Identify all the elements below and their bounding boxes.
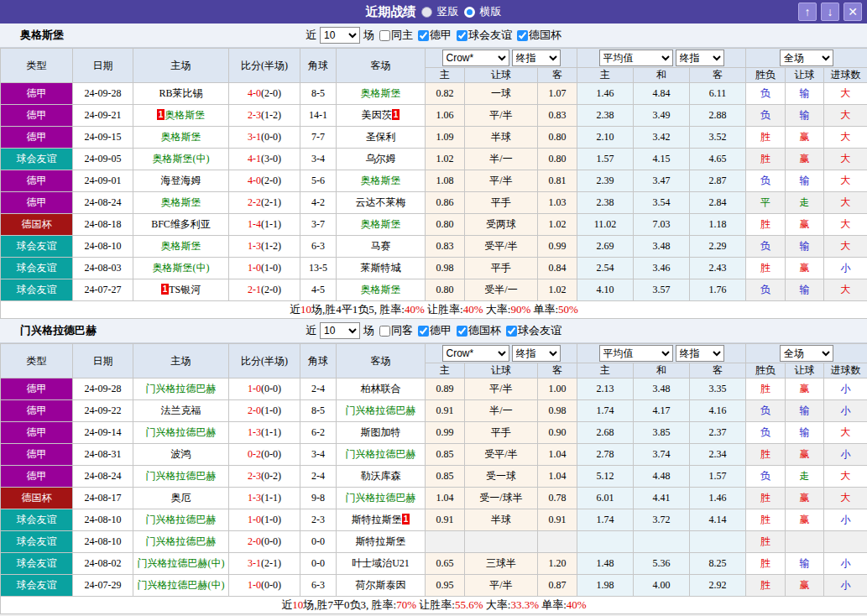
team-name: 门兴格拉德巴赫	[146, 426, 217, 438]
home-team-cell: 门兴格拉德巴赫	[133, 378, 229, 400]
date-cell: 24-09-28	[73, 83, 133, 105]
away-team-cell: 门兴格拉德巴赫	[337, 444, 426, 466]
same-home-checkbox[interactable]	[379, 30, 390, 41]
summary-segment: 55.6%	[455, 598, 483, 611]
avg-odds-cell: 4.84	[634, 83, 690, 105]
league-cell: 德甲	[1, 105, 73, 127]
score-cell: 0-2(0-0)	[229, 444, 300, 466]
odds-company-select[interactable]: Crow*	[442, 50, 509, 66]
avg-time-select[interactable]: 终指	[676, 345, 724, 362]
subcol-avg-away: 客	[690, 68, 746, 83]
home-team-cell: 门兴格拉德巴赫(中)	[133, 575, 229, 597]
match-row: 德甲24-09-211奥格斯堡2-3(1-2)14-1美因茨11.06平/半0.…	[1, 105, 867, 127]
avg-odds-select[interactable]: 平均值	[599, 50, 673, 66]
result-cell: 负	[746, 422, 786, 444]
league-checkbox-dfb-pokal[interactable]	[457, 326, 467, 337]
odds-cell: 1.02	[426, 149, 465, 170]
move-down-button[interactable]: ↓	[821, 3, 839, 21]
result-cell: 负	[746, 236, 786, 258]
match-row: 球会友谊24-08-03奥格斯堡(中)1-0(1-0)13-5莱斯特城0.98平…	[1, 258, 867, 279]
avg-odds-cell: 2.88	[690, 105, 746, 127]
result-cell: 胜	[746, 575, 786, 597]
radio-vertical-label[interactable]: 竖版	[437, 4, 459, 19]
corner-cell: 5-6	[300, 170, 337, 192]
match-row: 德甲24-09-28门兴格拉德巴赫1-0(0-0)2-4柏林联合0.89平/半1…	[1, 378, 867, 400]
avg-group-header: 平均值 终指	[577, 49, 746, 68]
result-cell: 赢	[786, 127, 824, 149]
radio-horizontal-label[interactable]: 横版	[480, 4, 502, 19]
odds-cell: 1.02	[538, 214, 577, 236]
odds-time-select[interactable]: 终指	[512, 50, 561, 66]
full-time-score: 1-4	[248, 218, 261, 230]
same-away-checkbox[interactable]	[379, 326, 390, 337]
scope-select[interactable]: 全场	[780, 50, 833, 66]
avg-odds-cell: 2.13	[577, 378, 634, 400]
col-header-score: 比分(半场)	[229, 49, 300, 83]
avg-odds-cell: 1.76	[690, 279, 746, 301]
away-team-cell: 奥格斯堡	[337, 83, 426, 105]
league-checkbox-dfb-pokal[interactable]	[517, 30, 528, 41]
odds-cell: 三球半	[465, 553, 538, 575]
result-cell: 小	[824, 378, 867, 400]
subcol-odds-handicap: 让球	[465, 363, 538, 378]
avg-odds-cell: 11.02	[577, 214, 634, 236]
league-cell: 德甲	[1, 192, 73, 214]
odds-cell: 平/半	[465, 105, 538, 127]
result-cell: 小	[824, 258, 867, 279]
radio-horizontal-layout[interactable]	[464, 7, 475, 18]
radio-vertical-layout[interactable]	[421, 7, 432, 18]
avg-odds-cell: 3.47	[634, 170, 690, 192]
league-checkbox-bundesliga[interactable]	[418, 30, 429, 41]
full-time-score: 4-1	[248, 153, 261, 164]
summary-segment: 单率:	[530, 303, 558, 316]
date-cell: 24-08-31	[73, 444, 133, 466]
team-name: BFC维多利亚	[151, 218, 211, 230]
team-name: 奥格斯堡	[161, 131, 201, 143]
away-team-cell: 斯特拉斯堡1	[337, 509, 426, 531]
avg-odds-cell: 3.72	[634, 509, 690, 531]
close-button[interactable]: ✕	[843, 3, 862, 21]
league-checkbox-friendly[interactable]	[457, 30, 467, 41]
away-team-cell: 奥格斯堡	[337, 170, 426, 192]
odds-cell: 受一/球半	[465, 488, 538, 509]
home-team-cell: 波鸿	[133, 444, 229, 466]
avg-odds-cell: 1.74	[577, 400, 634, 422]
avg-time-select[interactable]: 终指	[676, 50, 724, 66]
scope-select[interactable]: 全场	[780, 345, 833, 362]
league-checkbox-bundesliga[interactable]	[418, 326, 429, 337]
score-cell: 2-0(0-0)	[229, 531, 300, 553]
league-checkbox-label: 德国杯	[529, 28, 561, 43]
avg-odds-cell: 4.48	[634, 466, 690, 488]
avg-odds-cell: 2.39	[577, 170, 634, 192]
away-team-cell: 叶士域治U21	[337, 553, 426, 575]
match-count-select[interactable]: 10	[320, 322, 360, 339]
avg-odds-cell: 5.36	[634, 553, 690, 575]
team-name: 勒沃库森	[361, 470, 401, 482]
avg-odds-cell: 3.42	[634, 127, 690, 149]
odds-cell: 平手	[465, 422, 538, 444]
odds-time-select[interactable]: 终指	[512, 345, 561, 362]
match-count-select[interactable]: 10	[320, 27, 360, 44]
team-name: 门兴格拉德巴赫	[146, 383, 217, 394]
result-cell: 赢	[786, 575, 824, 597]
result-cell: 输	[786, 83, 824, 105]
away-team-cell: 莱斯特城	[337, 258, 426, 279]
team-name: 法兰克福	[161, 405, 201, 416]
odds-company-select[interactable]: Crow*	[442, 345, 509, 362]
avg-odds-cell: 3.35	[690, 378, 746, 400]
avg-odds-select[interactable]: 平均值	[599, 345, 673, 362]
move-up-button[interactable]: ↑	[798, 3, 817, 21]
match-row: 德甲24-09-28RB莱比锡4-0(2-0)8-5奥格斯堡0.82一球1.07…	[1, 83, 867, 105]
league-checkbox-friendly[interactable]	[506, 326, 517, 337]
date-cell: 24-08-10	[73, 509, 133, 531]
summary-segment: 50%	[558, 303, 578, 316]
avg-odds-cell: 3.49	[634, 105, 690, 127]
result-cell	[824, 531, 867, 553]
team-name: 乌尔姆	[366, 153, 396, 164]
corner-cell: 0-0	[300, 553, 337, 575]
match-row: 德甲24-09-01海登海姆4-0(2-0)5-6奥格斯堡1.08平/半0.81…	[1, 170, 867, 192]
away-team-cell: 马赛	[337, 236, 426, 258]
avg-odds-cell: 1.18	[690, 214, 746, 236]
avg-odds-cell: 4.00	[634, 575, 690, 597]
away-team-cell: 柏林联合	[337, 378, 426, 400]
